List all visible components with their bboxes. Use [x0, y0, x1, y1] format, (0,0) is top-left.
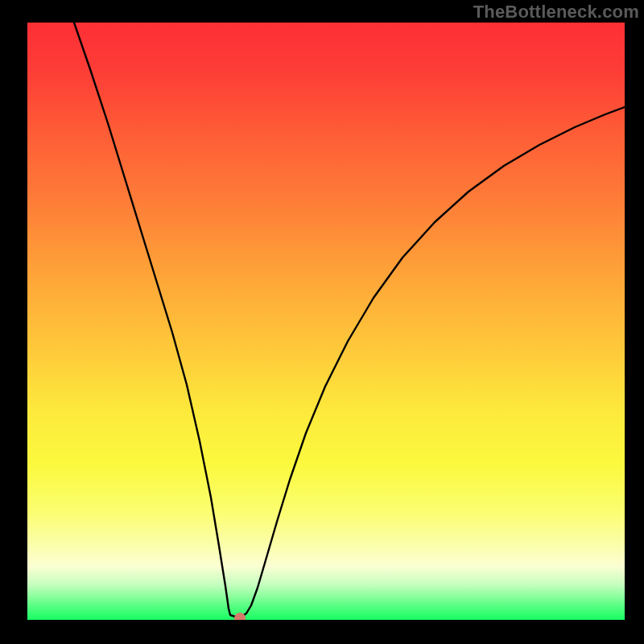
optimum-marker [234, 613, 246, 620]
curve-path [74, 23, 625, 617]
plot-area [27, 23, 625, 620]
bottleneck-curve [27, 23, 625, 620]
watermark-text: TheBottleneck.com [473, 2, 639, 23]
chart-frame: TheBottleneck.com [0, 0, 644, 644]
